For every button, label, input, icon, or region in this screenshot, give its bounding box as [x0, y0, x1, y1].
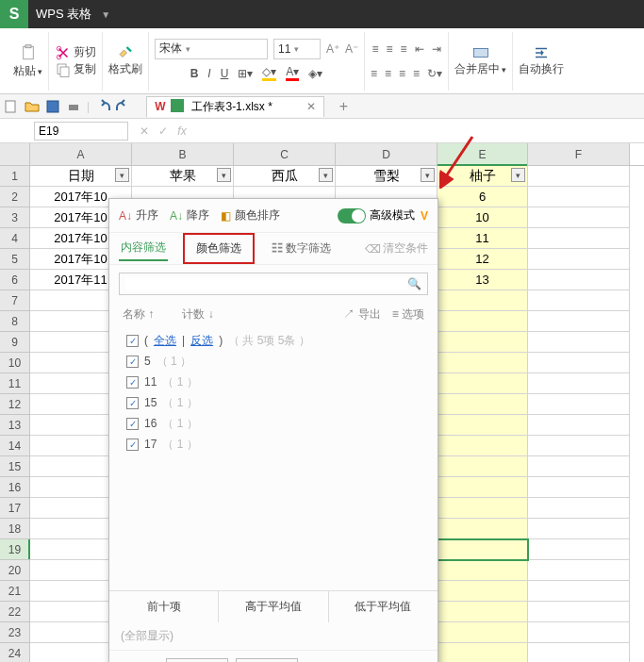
row-6[interactable]: 6	[0, 270, 30, 290]
row-5[interactable]: 5	[0, 249, 30, 270]
sort-color[interactable]: ◧颜色排序	[221, 207, 280, 223]
filter-icon[interactable]: ▾	[511, 168, 525, 182]
orient[interactable]: ↻▾	[427, 67, 442, 80]
clear-fmt[interactable]: ◈▾	[308, 67, 322, 80]
align-j[interactable]: ≡	[413, 67, 420, 80]
checkbox-icon[interactable]: ✓	[126, 397, 139, 409]
wrap-button[interactable]: 自动换行	[519, 61, 564, 77]
col-B[interactable]: B	[132, 143, 234, 165]
filter-item[interactable]: ✓17（ 1 ）	[126, 434, 424, 455]
align-mid[interactable]: ≡	[387, 42, 393, 56]
select-all-link[interactable]: 全选	[154, 333, 176, 349]
size-select[interactable]: 11▾	[273, 39, 321, 59]
ok-button[interactable]: 确定	[166, 658, 228, 662]
filter-icon[interactable]: ▾	[115, 168, 129, 182]
align-c[interactable]: ≡	[385, 67, 391, 80]
cell-B1[interactable]: 苹果▾	[132, 166, 234, 187]
col-E[interactable]: E	[438, 143, 528, 165]
italic-button[interactable]: I	[207, 67, 210, 80]
tab-color-filter[interactable]: 颜色筛选	[183, 233, 255, 264]
align-top[interactable]: ≡	[372, 42, 379, 56]
options-button[interactable]: ≡ 选项	[392, 306, 424, 323]
col-C[interactable]: C	[234, 143, 336, 165]
filter-item[interactable]: ✓5（ 1 ）	[126, 351, 424, 372]
font-select[interactable]: 宋体▾	[155, 39, 268, 59]
col-D[interactable]: D	[336, 143, 438, 165]
filter-icon[interactable]: ▾	[421, 168, 435, 182]
cell-F1[interactable]	[528, 166, 630, 187]
cut-button[interactable]: 剪切	[55, 44, 96, 61]
col-A[interactable]: A	[30, 143, 132, 165]
cell-E6[interactable]: 13	[438, 270, 528, 290]
doc-tab[interactable]: W 工作表3-1.xlsx * ✕	[146, 96, 324, 117]
filter-item[interactable]: ✓16（ 1 ）	[126, 413, 424, 434]
above-avg-button[interactable]: 高于平均值	[219, 591, 328, 622]
open-icon[interactable]	[25, 99, 40, 114]
checkbox-icon[interactable]: ✓	[126, 356, 139, 368]
filter-item[interactable]: ✓15（ 1 ）	[126, 392, 424, 413]
invert-link[interactable]: 反选	[190, 333, 213, 349]
filter-search-input[interactable]	[125, 277, 407, 290]
select-all[interactable]	[0, 143, 30, 165]
align-l[interactable]: ≡	[371, 67, 377, 80]
below-avg-button[interactable]: 低于平均值	[329, 591, 438, 622]
row-3[interactable]: 3	[0, 207, 30, 228]
filter-search[interactable]: 🔍	[119, 273, 428, 295]
undo-icon[interactable]	[95, 99, 110, 114]
border-button[interactable]: ⊞▾	[238, 67, 253, 80]
save-icon[interactable]	[45, 99, 60, 114]
fx-accept[interactable]: ✓	[155, 124, 172, 138]
cell-E2[interactable]: 6	[438, 187, 528, 207]
cell-E5[interactable]: 12	[438, 249, 528, 270]
cell-E1[interactable]: 柚子▾	[438, 166, 528, 187]
bold-button[interactable]: B	[190, 67, 199, 80]
filter-item-all[interactable]: ✓ (全选|反选) （ 共 5项 5条 ）	[126, 330, 424, 351]
cell-C1[interactable]: 西瓜▾	[234, 166, 336, 187]
top10-button[interactable]: 前十项	[109, 591, 219, 622]
new-icon[interactable]	[4, 99, 19, 114]
shrink-font[interactable]: A⁻	[345, 42, 358, 56]
row-19[interactable]: 19	[0, 539, 30, 560]
checkbox-icon[interactable]: ✓	[126, 418, 139, 430]
new-tab[interactable]: +	[339, 98, 348, 115]
close-doc[interactable]: ✕	[306, 100, 316, 113]
name-box[interactable]: E19	[34, 122, 128, 141]
sort-desc[interactable]: A↓降序	[170, 207, 209, 223]
checkbox-icon[interactable]: ✓	[126, 439, 139, 451]
clear-filter[interactable]: ⌫清空条件	[365, 240, 428, 257]
underline-button[interactable]: U	[221, 67, 229, 80]
copy-button[interactable]: 复制	[55, 61, 96, 78]
indent-r[interactable]: ⇥	[432, 42, 441, 56]
checkbox-icon[interactable]: ✓	[126, 376, 139, 389]
sort-asc[interactable]: A↓升序	[119, 207, 158, 223]
cell-A1[interactable]: 日期▾	[30, 166, 132, 187]
fmt-painter[interactable]: 格式刷	[108, 61, 142, 77]
adv-mode-toggle[interactable]: 高级模式V	[338, 207, 428, 223]
fill-button[interactable]: ◇▾	[262, 65, 276, 81]
cell-E19-active[interactable]	[438, 539, 528, 560]
tab-number-filter[interactable]: ☷ 数字筛选	[270, 237, 333, 260]
filter-icon[interactable]: ▾	[217, 168, 231, 182]
grow-font[interactable]: A⁺	[326, 42, 339, 56]
cancel-button[interactable]: 取消	[236, 658, 298, 662]
print-icon[interactable]	[66, 99, 81, 114]
fx-cancel[interactable]: ✕	[136, 124, 153, 138]
col-name[interactable]: 名称 ↑	[123, 306, 154, 323]
filter-icon[interactable]: ▾	[319, 168, 333, 182]
cell-D1[interactable]: 雪梨▾	[336, 166, 438, 187]
col-F[interactable]: F	[528, 143, 630, 165]
tab-content-filter[interactable]: 内容筛选	[119, 236, 168, 261]
col-count[interactable]: 计数 ↓	[182, 306, 213, 323]
font-color[interactable]: A▾	[286, 65, 299, 81]
cell-E3[interactable]: 10	[438, 207, 528, 228]
redo-icon[interactable]	[116, 99, 131, 114]
filter-item[interactable]: ✓11（ 1 ）	[126, 372, 424, 392]
merge-button[interactable]: 合并居中▾	[454, 61, 506, 77]
row-2[interactable]: 2	[0, 187, 30, 207]
fx-button[interactable]: fx	[173, 124, 190, 138]
export-button[interactable]: ↗ 导出	[343, 306, 380, 323]
indent-l[interactable]: ⇤	[415, 42, 424, 56]
align-r[interactable]: ≡	[399, 67, 405, 80]
paste-button[interactable]: 粘贴▾	[13, 63, 42, 79]
row-4[interactable]: 4	[0, 228, 30, 249]
